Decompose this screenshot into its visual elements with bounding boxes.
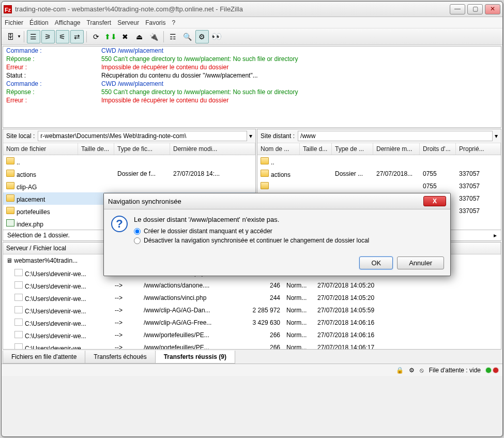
stop-icon[interactable]: ⦸ <box>420 367 424 374</box>
folder-icon <box>6 194 14 202</box>
remote-path-dropdown-icon[interactable]: ▾ <box>495 132 498 140</box>
remote-site-label: Site distant : <box>261 132 295 140</box>
radio-disable[interactable] <box>134 237 141 244</box>
cancel-button[interactable]: Annuler <box>397 256 444 269</box>
message-log[interactable]: Commande :CWD /www/placementRéponse :550… <box>3 46 501 128</box>
tab-failed[interactable]: Transferts échoués <box>85 351 155 364</box>
log-label: Commande : <box>3 80 101 88</box>
radio-create[interactable] <box>134 228 141 235</box>
queue-row[interactable]: C:\Users\devenir-we...-->/www/clip-AG/AG… <box>3 316 501 329</box>
col-size[interactable]: Taille de... <box>78 143 114 155</box>
toggle-log-icon[interactable]: ☰ <box>27 30 40 43</box>
local-columns[interactable]: Nom de fichier Taille de... Type de fic.… <box>3 143 255 155</box>
remote-columns[interactable]: Nom de ... Taille d... Type de ... Derni… <box>257 143 501 155</box>
led-send-icon <box>486 368 491 373</box>
dialog-close-button[interactable]: X <box>423 196 446 206</box>
local-path-dropdown-icon[interactable]: ▾ <box>249 132 252 140</box>
menu-file[interactable]: Fichier <box>5 19 23 26</box>
col-size[interactable]: Taille d... <box>300 143 332 155</box>
col-type[interactable]: Type de ... <box>332 143 373 155</box>
menu-transfer[interactable]: Transfert <box>87 19 112 26</box>
disconnect-icon[interactable]: ⏏ <box>133 30 146 43</box>
file-icon <box>14 319 23 326</box>
file-icon <box>14 281 23 289</box>
menu-favorites[interactable]: Favoris <box>145 19 165 26</box>
minimize-button[interactable]: — <box>450 4 465 14</box>
list-item[interactable]: 0755337057 <box>257 180 501 192</box>
sitemanager-icon[interactable]: 🗄 <box>4 30 17 43</box>
lock-icon: 🔒 <box>396 367 404 374</box>
ok-button[interactable]: OK <box>359 256 393 269</box>
bottom-tabs: Fichiers en file d'attente Transferts éc… <box>3 351 501 364</box>
remote-path-input[interactable]: /www <box>298 131 493 141</box>
col-type[interactable]: Type de fic... <box>114 143 170 155</box>
queue-row[interactable]: C:\Users\devenir-we...-->/www/portefeuil… <box>3 329 501 341</box>
col-name[interactable]: Nom de ... <box>257 143 300 155</box>
scroll-right-icon[interactable]: ▸ <box>494 232 497 239</box>
process-queue-icon[interactable]: ⬆⬇ <box>104 30 117 43</box>
list-item[interactable]: .. <box>3 155 255 168</box>
log-text: CWD /www/placement <box>101 80 501 88</box>
filter-icon[interactable]: ☶ <box>166 30 180 43</box>
log-text: 550 Can't change directory to /www/place… <box>101 88 501 96</box>
reconnect-icon[interactable]: 🔌 <box>147 30 161 43</box>
file-icon <box>14 294 23 301</box>
file-icon <box>14 269 23 276</box>
toggle-queue-icon[interactable]: ⚟ <box>56 30 69 43</box>
local-path-input[interactable]: r-webmaster\Documents\Mes Web\trading-no… <box>38 131 247 141</box>
col-name[interactable]: Nom de fichier <box>3 143 78 155</box>
queue-row[interactable]: C:\Users\devenir-we...-->/www/actions/vi… <box>3 292 501 304</box>
sync-browse-icon[interactable]: ⇄ <box>70 30 84 43</box>
statusbar: 🔒 ⚙ ⦸ File d'attente : vide <box>2 364 502 376</box>
cancel-icon[interactable]: ✖ <box>118 30 132 43</box>
queue-row[interactable]: C:\Users\devenir-we...-->/www/portefeuil… <box>3 341 501 349</box>
menu-edit[interactable]: Édition <box>29 19 49 26</box>
dialog-message: Le dossier distant '/www/placement' n'ex… <box>134 216 443 223</box>
tab-queued[interactable]: Fichiers en file d'attente <box>3 351 85 364</box>
col-perm[interactable]: Droits d'... <box>420 143 456 155</box>
maximize-button[interactable]: ▢ <box>467 4 483 14</box>
col-owner[interactable]: Proprié... <box>456 143 501 155</box>
find-icon[interactable]: 👀 <box>210 30 223 43</box>
log-label: Réponse : <box>3 55 101 63</box>
log-label: Commande : <box>3 47 101 55</box>
list-item[interactable]: .. <box>257 155 501 168</box>
file-icon <box>14 306 23 313</box>
titlebar[interactable]: Fz trading-note-com - webmaster%40tradin… <box>2 2 502 17</box>
list-item[interactable]: clip-AG <box>3 180 255 192</box>
col-mod[interactable]: Dernière modi... <box>170 143 255 155</box>
log-text: Impossible de récupérer le contenu du do… <box>101 63 501 71</box>
window-title: trading-note-com - webmaster%40trading-n… <box>15 5 450 13</box>
compare-icon[interactable]: 🔍 <box>181 30 194 43</box>
menu-server[interactable]: Serveur <box>117 19 139 26</box>
refresh-icon[interactable]: ⟳ <box>89 30 103 43</box>
log-label: Erreur : <box>3 96 101 104</box>
gear-icon[interactable]: ⚙ <box>409 367 415 374</box>
log-label: Statut : <box>3 71 101 80</box>
menu-view[interactable]: Affichage <box>55 19 81 26</box>
tab-success[interactable]: Transferts réussis (9) <box>155 351 235 364</box>
folder-icon <box>6 170 14 177</box>
toggle-tree-icon[interactable]: ⚞ <box>41 30 55 43</box>
led-recv-icon <box>493 368 498 373</box>
log-text: CWD /www/placement <box>101 47 501 55</box>
col-mod[interactable]: Dernière m... <box>373 143 420 155</box>
dialog-option-disable[interactable]: Désactiver la navigation synchronisée et… <box>134 237 443 244</box>
php-icon <box>6 219 14 226</box>
folder-icon <box>261 157 269 164</box>
autoscroll-icon[interactable]: ⚙ <box>195 30 209 43</box>
folder-icon <box>261 170 269 177</box>
queue-row[interactable]: C:\Users\devenir-we...-->/www/clip-AG/AG… <box>3 304 501 316</box>
queue-row[interactable]: C:\Users\devenir-we...-->/www/actions/da… <box>3 279 501 292</box>
menu-help[interactable]: ? <box>172 19 176 26</box>
close-button[interactable]: ✕ <box>485 4 500 14</box>
qcol-server[interactable]: Serveur / Fichier local <box>3 243 112 254</box>
list-item[interactable]: actionsDossier de f...27/07/2018 14:... <box>3 168 255 180</box>
sync-nav-dialog: Navigation synchronisée X ? Le dossier d… <box>103 193 451 276</box>
local-site-label: Site local : <box>6 132 35 140</box>
list-item[interactable]: actionsDossier ...27/07/2018...075533705… <box>257 168 501 180</box>
folder-icon <box>261 182 269 189</box>
log-label: Erreur : <box>3 63 101 71</box>
dialog-option-create[interactable]: Créer le dossier distant manquant et y a… <box>134 228 443 235</box>
queue-status: File d'attente : vide <box>429 367 481 374</box>
